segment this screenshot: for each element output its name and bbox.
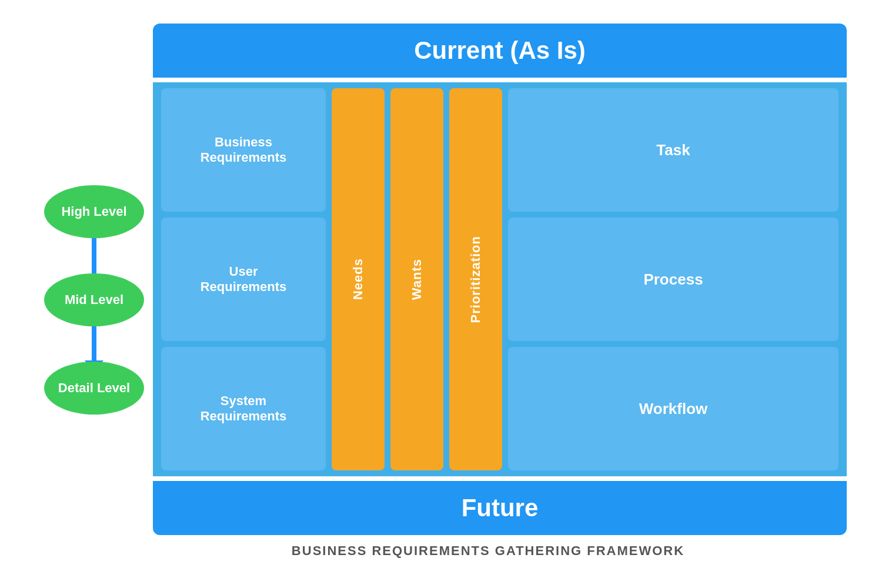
- wants-box: Wants: [390, 88, 443, 470]
- left-side: High Level Mid Level Detail Level: [35, 24, 153, 535]
- task-label: Task: [656, 141, 690, 159]
- workflow-label: Workflow: [639, 400, 708, 418]
- diagram-container: High Level Mid Level Detail Level Curren…: [35, 24, 847, 564]
- mid-level-label: Mid Level: [65, 292, 123, 308]
- business-requirements-box: Business Requirements: [161, 88, 326, 212]
- arrow-connector-1: [92, 238, 96, 273]
- header-title: Current (As Is): [414, 36, 586, 64]
- ellipse-group: High Level Mid Level Detail Level: [44, 185, 144, 415]
- user-req-label: User Requirements: [201, 264, 287, 295]
- task-box: Task: [508, 88, 838, 212]
- right-side: Current (As Is) Business Requirements Us…: [153, 24, 847, 535]
- high-level-ellipse: High Level: [44, 185, 144, 238]
- wants-label: Wants: [409, 259, 425, 300]
- main-wrapper: High Level Mid Level Detail Level Curren…: [35, 24, 847, 535]
- detail-level-ellipse: Detail Level: [44, 362, 144, 415]
- system-req-label: System Requirements: [201, 393, 287, 424]
- header-bar: Current (As Is): [153, 24, 847, 78]
- mid-level-ellipse: Mid Level: [44, 273, 144, 326]
- requirements-column: Business Requirements User Requirements …: [161, 88, 326, 470]
- system-requirements-box: System Requirements: [161, 347, 326, 470]
- workflow-box: Workflow: [508, 347, 838, 470]
- high-level-label: High Level: [61, 204, 126, 219]
- content-area: Business Requirements User Requirements …: [153, 82, 847, 476]
- prioritization-box: Prioritization: [449, 88, 502, 470]
- arrow-connector-2: [92, 326, 96, 362]
- needs-label: Needs: [350, 258, 366, 300]
- right-column: Task Process Workflow: [508, 88, 838, 470]
- user-requirements-box: User Requirements: [161, 218, 326, 341]
- orange-columns: Needs Wants Prioritization: [332, 88, 502, 470]
- process-label: Process: [643, 270, 703, 289]
- needs-box: Needs: [332, 88, 385, 470]
- framework-label: BUSINESS REQUIREMENTS GATHERING FRAMEWOR…: [129, 537, 847, 564]
- prioritization-label: Prioritization: [468, 236, 483, 323]
- business-req-label: Business Requirements: [201, 135, 287, 165]
- footer-bar: Future: [153, 481, 847, 535]
- footer-title: Future: [462, 494, 539, 522]
- detail-level-label: Detail Level: [58, 380, 130, 396]
- process-box: Process: [508, 218, 838, 341]
